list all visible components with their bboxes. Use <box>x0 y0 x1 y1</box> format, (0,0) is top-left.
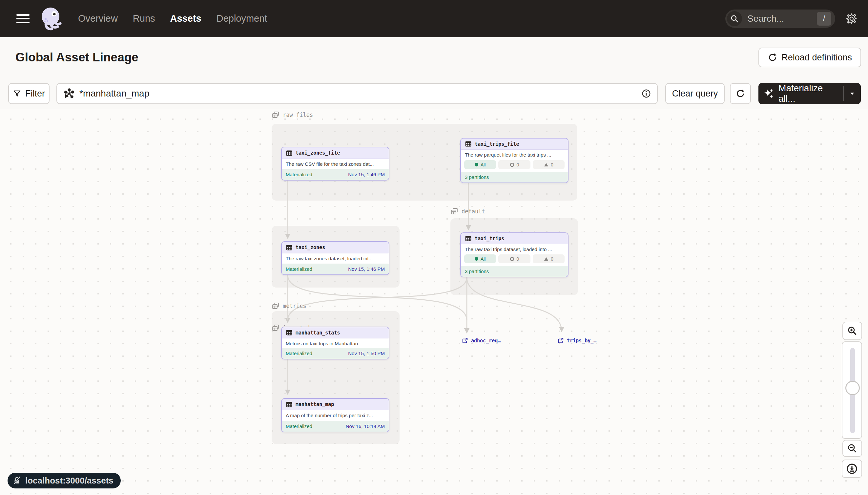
external-link-icon <box>558 338 564 344</box>
graph-query-icon <box>64 88 75 99</box>
group-label-metrics[interactable]: metrics <box>272 302 306 310</box>
partitions-failed-badge[interactable]: 0 <box>498 160 530 169</box>
partitions-failed-badge[interactable]: 0 <box>498 254 530 263</box>
page-title: Global Asset Lineage <box>15 51 138 64</box>
reload-definitions-button[interactable]: Reload definitions <box>758 48 861 67</box>
asset-node-taxi-zones[interactable]: taxi_zones The raw taxi zones dataset, l… <box>281 241 389 275</box>
nav-item-deployment[interactable]: Deployment <box>216 13 267 24</box>
search-icon <box>727 11 742 26</box>
filter-button[interactable]: Filter <box>8 83 50 104</box>
partition-count: 3 partitions <box>461 266 568 277</box>
filter-funnel-icon <box>13 89 21 98</box>
materialized-timestamp: Nov 15, 1:46 PM <box>348 266 385 272</box>
asset-node-taxi-trips[interactable]: taxi_trips The raw taxi trips dataset, l… <box>460 233 568 277</box>
materialized-status: Materialized <box>286 172 312 177</box>
recenter-button[interactable] <box>842 460 862 478</box>
zoom-slider-thumb[interactable] <box>845 381 860 395</box>
asset-description: Metrics on taxi trips in Manhattan <box>282 338 389 348</box>
page-header: Global Asset Lineage Reload definitions <box>0 37 868 78</box>
menu-icon[interactable] <box>16 14 30 23</box>
refresh-icon <box>736 89 745 99</box>
asset-node-taxi-zones-file[interactable]: taxi_zones_file The raw CSV file for the… <box>281 147 389 181</box>
lineage-canvas[interactable]: raw_files ingested default metrics <box>0 109 868 495</box>
table-icon <box>286 329 293 336</box>
asset-description: The raw taxi trips dataset, loaded into … <box>461 244 568 254</box>
search-placeholder: Search... <box>747 14 784 24</box>
asset-description: The raw parquet files for the taxi trips… <box>461 150 568 159</box>
zoom-out-icon <box>847 443 857 454</box>
reload-icon <box>768 52 777 62</box>
materialized-timestamp: Nov 15, 1:50 PM <box>348 351 385 356</box>
table-icon <box>465 235 472 242</box>
partition-health-badges: All 0 0 <box>461 159 568 172</box>
settings-gear-icon[interactable] <box>835 13 868 25</box>
external-link-icon <box>462 338 468 344</box>
materialize-all-button[interactable]: Materialize all... <box>758 83 861 104</box>
asset-description: A map of the number of trips per taxi z.… <box>282 410 389 421</box>
lineage-edges <box>0 109 868 495</box>
materialized-timestamp: Nov 16, 10:14 AM <box>346 424 385 429</box>
asset-title: taxi_zones_file <box>296 150 340 156</box>
asset-title: manhattan_map <box>296 402 334 407</box>
refresh-query-button[interactable] <box>730 83 751 104</box>
recenter-download-icon <box>846 463 858 475</box>
search-shortcut-key: / <box>817 12 831 25</box>
partitions-missing-badge[interactable]: 0 <box>533 254 565 263</box>
table-icon <box>286 401 293 408</box>
asset-group-icon <box>272 302 280 310</box>
nav-item-overview[interactable]: Overview <box>78 13 118 24</box>
asset-title: taxi_zones <box>296 244 325 251</box>
asset-title: taxi_trips_file <box>475 141 519 147</box>
asset-group-icon <box>272 324 280 332</box>
sparkles-icon <box>763 87 775 100</box>
asset-description: The raw taxi zones dataset, loaded int..… <box>282 253 389 263</box>
zoom-in-icon <box>847 326 857 336</box>
partitions-success-badge[interactable]: All <box>464 254 496 263</box>
asset-node-manhattan-stats[interactable]: manhattan_stats Metrics on taxi trips in… <box>281 327 389 359</box>
search-input[interactable]: Search... / <box>725 10 835 28</box>
asset-node-manhattan-map[interactable]: manhattan_map A map of the number of tri… <box>281 398 389 432</box>
partition-health-badges: All 0 0 <box>461 254 568 266</box>
asset-selection-input-wrap <box>56 83 658 104</box>
nav-item-assets[interactable]: Assets <box>170 13 201 24</box>
success-dot-icon <box>475 257 478 261</box>
current-url: localhost:3000/assets <box>25 476 113 486</box>
asset-title: manhattan_stats <box>296 330 340 336</box>
nav-item-runs[interactable]: Runs <box>133 13 155 24</box>
success-dot-icon <box>475 163 478 167</box>
zoom-out-button[interactable] <box>843 440 862 457</box>
asset-description: The raw CSV file for the taxi zones dat.… <box>282 159 389 169</box>
group-label-default[interactable]: default <box>450 207 485 215</box>
triangle-icon <box>544 163 548 167</box>
table-icon <box>465 140 472 148</box>
lineage-toolbar: Filter Clear query <box>0 78 868 109</box>
dagster-logo[interactable] <box>39 6 62 32</box>
zoom-in-button[interactable] <box>843 322 862 340</box>
partitions-missing-badge[interactable]: 0 <box>533 160 565 169</box>
job-link-trips-by[interactable]: trips_by_… <box>558 338 596 344</box>
job-link-adhoc-request[interactable]: adhoc_req… <box>462 338 501 344</box>
zoom-slider[interactable] <box>842 341 862 439</box>
asset-selection-input[interactable] <box>79 88 641 99</box>
asset-group-icon <box>272 111 280 119</box>
materialized-status: Materialized <box>286 351 312 356</box>
lock-slash-icon <box>12 476 22 485</box>
table-icon <box>286 244 293 251</box>
partitions-success-badge[interactable]: All <box>464 160 496 169</box>
asset-node-taxi-trips-file[interactable]: taxi_trips_file The raw parquet files fo… <box>460 138 568 183</box>
table-icon <box>286 150 293 157</box>
nav-links: Overview Runs Assets Deployment <box>78 13 267 24</box>
circle-outline-icon <box>510 163 514 167</box>
asset-title: taxi_trips <box>475 236 504 242</box>
info-icon[interactable] <box>641 89 651 99</box>
materialized-timestamp: Nov 15, 1:46 PM <box>348 172 385 177</box>
materialize-dropdown-caret[interactable] <box>844 90 861 97</box>
nav-right: Search... / <box>725 10 868 28</box>
circle-outline-icon <box>510 257 514 261</box>
partition-count: 3 partitions <box>461 172 568 183</box>
materialized-status: Materialized <box>286 266 312 272</box>
asset-group-icon <box>450 207 458 215</box>
clear-query-button[interactable]: Clear query <box>665 83 725 104</box>
group-label-raw-files[interactable]: raw_files <box>272 111 313 119</box>
status-url-pill: localhost:3000/assets <box>7 473 121 489</box>
